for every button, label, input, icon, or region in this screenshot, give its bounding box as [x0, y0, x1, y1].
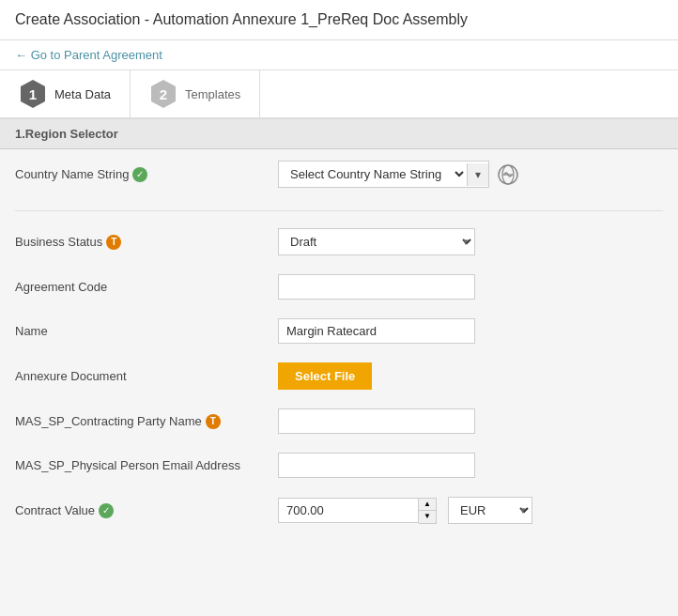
agreement-code-label: Agreement Code — [15, 280, 278, 294]
country-check-icon: ✓ — [132, 167, 147, 182]
mas-sp-contracting-label: MAS_SP_Contracting Party Name T — [15, 414, 278, 429]
business-status-info-icon[interactable]: T — [106, 235, 121, 250]
mas-sp-email-row: MAS_SP_Physical Person Email Address — [0, 443, 678, 487]
contract-value-input[interactable] — [278, 498, 419, 523]
select-file-button[interactable]: Select File — [278, 362, 372, 390]
mas-sp-email-label: MAS_SP_Physical Person Email Address — [15, 458, 278, 472]
agreement-code-value — [278, 274, 663, 300]
name-row: Name — [0, 309, 678, 353]
agreement-code-row: Agreement Code — [0, 265, 678, 309]
country-name-select[interactable]: Select Country Name String — [279, 162, 467, 187]
business-status-value: Draft Active Inactive — [278, 228, 663, 255]
main-content: 1.Region Selector Country Name String ✓ … — [0, 119, 678, 533]
go-to-parent-link[interactable]: ← Go to Parent Agreement — [15, 48, 162, 62]
annexure-document-row: Annexure Document Select File — [0, 353, 678, 399]
agreement-code-input[interactable] — [278, 274, 475, 300]
contract-value-field: ▲ ▼ EUR USD GBP — [278, 497, 663, 524]
business-status-select-wrap: Draft Active Inactive — [278, 228, 475, 255]
region-selector-section: Country Name String ✓ Select Country Nam… — [0, 149, 678, 210]
name-input[interactable] — [278, 318, 475, 344]
contract-value-wrap: ▲ ▼ — [278, 498, 437, 524]
annexure-document-label: Annexure Document — [15, 369, 278, 383]
country-name-label: Country Name String ✓ — [15, 167, 278, 182]
contract-value-increment[interactable]: ▲ — [419, 499, 436, 511]
link-icon[interactable] — [495, 162, 521, 188]
region-selector-header: 1.Region Selector — [0, 119, 678, 149]
arrow-left-icon: ← — [15, 48, 27, 62]
name-value — [278, 318, 663, 344]
tab-meta-data[interactable]: 1 Meta Data — [0, 70, 131, 117]
mas-sp-contracting-input[interactable] — [278, 408, 475, 434]
annexure-document-value: Select File — [278, 362, 663, 390]
country-select-wrapper: Select Country Name String ▾ — [278, 161, 489, 188]
mas-sp-email-value — [278, 453, 663, 478]
currency-select[interactable]: EUR USD GBP — [448, 497, 532, 524]
mas-sp-contracting-value — [278, 408, 663, 434]
tab-1-badge: 1 — [19, 78, 47, 110]
name-label: Name — [15, 324, 278, 338]
tab-meta-data-label: Meta Data — [54, 87, 111, 101]
page-title: Create Association - Automation Annexure… — [0, 0, 678, 40]
mas-sp-contracting-row: MAS_SP_Contracting Party Name T — [0, 399, 678, 443]
contract-value-check-icon: ✓ — [99, 503, 114, 518]
business-status-row: Business Status T Draft Active Inactive — [0, 219, 678, 265]
back-link-bar: ← Go to Parent Agreement — [0, 40, 678, 70]
tab-2-badge: 2 — [149, 78, 177, 110]
currency-select-wrap: EUR USD GBP — [448, 497, 532, 524]
tabs-bar: 1 Meta Data 2 Templates — [0, 70, 678, 119]
contract-value-label: Contract Value ✓ — [15, 503, 278, 518]
country-name-field-value: Select Country Name String ▾ — [278, 161, 663, 188]
tab-templates-label: Templates — [185, 87, 240, 101]
business-status-label: Business Status T — [15, 235, 278, 250]
country-dropdown-btn[interactable]: ▾ — [467, 163, 488, 186]
mas-sp-email-input[interactable] — [278, 453, 475, 478]
contract-value-spinner: ▲ ▼ — [419, 498, 437, 524]
tab-templates[interactable]: 2 Templates — [131, 70, 260, 117]
country-name-row: Country Name String ✓ Select Country Nam… — [15, 149, 663, 199]
business-status-select[interactable]: Draft Active Inactive — [278, 228, 475, 255]
contract-value-decrement[interactable]: ▼ — [419, 511, 436, 523]
mas-sp-contracting-info-icon[interactable]: T — [206, 414, 221, 429]
contract-value-row: Contract Value ✓ ▲ ▼ EUR USD GBP — [0, 487, 678, 533]
divider-1 — [15, 210, 663, 211]
